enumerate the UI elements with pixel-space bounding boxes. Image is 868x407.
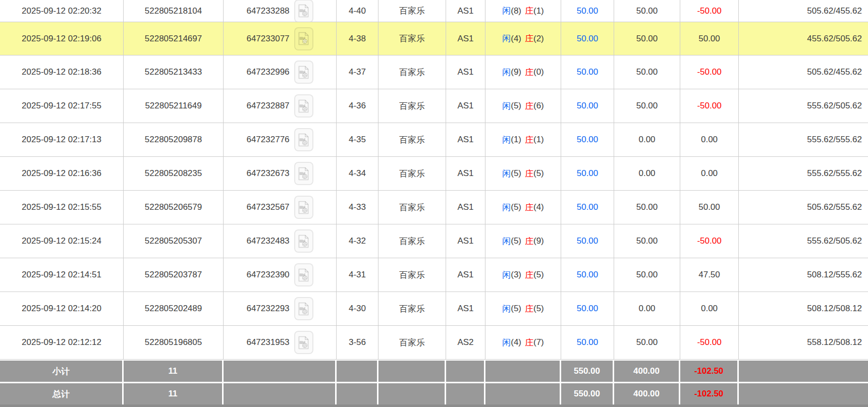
cell-table: AS2	[446, 326, 485, 359]
video-replay-button[interactable]	[294, 0, 313, 22]
table-row[interactable]: 2025-09-12 02:14:20 522805202489 6472322…	[0, 292, 868, 326]
total-winloss-total: -102.50	[680, 383, 739, 404]
cell-table: AS1	[446, 191, 485, 224]
cell-balance: 555.62/505.62	[739, 89, 868, 123]
cell-bet-amount: 50.00	[561, 0, 614, 22]
game-id-value: 647232293	[246, 304, 289, 314]
game-id-value: 647232673	[246, 168, 289, 179]
bet-amount-link[interactable]: 50.00	[577, 168, 599, 179]
cell-balance: 505.62/555.62	[739, 191, 868, 224]
cell-bet-amount: 50.00	[561, 258, 614, 292]
bet-amount-link[interactable]: 50.00	[577, 6, 599, 16]
cell-game-id: 647233077	[224, 22, 337, 55]
bet-amount-link[interactable]: 50.00	[577, 337, 599, 347]
cell-balance: 455.62/505.62	[739, 22, 868, 55]
cell-result: 闲(5)庄(5)	[485, 157, 561, 190]
bet-amount-link[interactable]: 50.00	[577, 135, 599, 145]
player-points: (5)	[511, 304, 521, 314]
game-id-value: 647232776	[246, 135, 289, 145]
video-replay-button[interactable]	[294, 297, 313, 320]
table-row[interactable]: 2025-09-12 02:12:12 522805196805 6472319…	[0, 326, 868, 360]
total-empty-round	[337, 383, 378, 404]
banker-points: (5)	[533, 304, 544, 314]
cell-bet-time: 2025-09-12 02:12:12	[0, 326, 124, 359]
cell-bet-time: 2025-09-12 02:15:55	[0, 191, 124, 224]
cell-round: 4-40	[337, 0, 378, 22]
player-label: 闲	[502, 100, 511, 112]
game-id-value: 647231953	[246, 337, 289, 347]
total-label: 总计	[0, 383, 124, 404]
bet-amount-link[interactable]: 50.00	[577, 270, 599, 280]
video-replay-button[interactable]	[294, 229, 313, 253]
cell-round: 4-32	[337, 224, 378, 258]
bet-amount-link[interactable]: 50.00	[577, 304, 599, 314]
cell-valid-amount: 50.00	[614, 22, 680, 55]
cell-bet-time: 2025-09-12 02:15:24	[0, 224, 124, 258]
bet-amount-link[interactable]: 50.00	[577, 236, 599, 246]
cell-game-type: 百家乐	[378, 191, 446, 224]
subtotal-row: 小计 11 550.00 400.00 -102.50	[0, 361, 868, 382]
film-document-icon	[298, 336, 309, 350]
bet-amount-link[interactable]: 50.00	[577, 101, 599, 111]
video-replay-button[interactable]	[294, 61, 313, 84]
player-points: (5)	[511, 202, 521, 212]
subtotal-valid-total: 400.00	[614, 361, 680, 382]
cell-valid-amount: 50.00	[614, 224, 680, 258]
cell-result: 闲(8)庄(1)	[485, 0, 561, 22]
banker-label: 庄	[525, 5, 533, 17]
cell-round: 4-30	[337, 292, 378, 325]
player-points: (3)	[511, 270, 521, 280]
cell-game-type: 百家乐	[378, 157, 446, 190]
player-label: 闲	[502, 269, 511, 281]
cell-win-loss: 0.00	[680, 123, 739, 156]
table-row[interactable]: 2025-09-12 02:17:13 522805209878 6472327…	[0, 123, 868, 157]
cell-valid-amount: 0.00	[614, 123, 680, 156]
video-replay-button[interactable]	[294, 128, 313, 151]
table-row[interactable]: 2025-09-12 02:16:36 522805208235 6472326…	[0, 157, 868, 191]
banker-label: 庄	[525, 303, 533, 315]
table-row[interactable]: 2025-09-12 02:15:55 522805206579 6472325…	[0, 191, 868, 224]
player-points: (5)	[511, 168, 521, 179]
game-id-value: 647232483	[246, 236, 289, 246]
table-row[interactable]: 2025-09-12 02:20:32 522805218104 6472332…	[0, 0, 868, 22]
table-body: 2025-09-12 02:20:32 522805218104 6472332…	[0, 0, 868, 360]
banker-label: 庄	[525, 168, 533, 180]
video-replay-button[interactable]	[294, 94, 313, 118]
video-replay-button[interactable]	[294, 263, 313, 286]
cell-win-loss: 50.00	[680, 191, 739, 224]
cell-result: 闲(3)庄(5)	[485, 258, 561, 292]
video-replay-button[interactable]	[294, 162, 313, 185]
cell-order-id: 522805196805	[124, 326, 224, 359]
bet-amount-link[interactable]: 50.00	[577, 34, 599, 44]
cell-win-loss: -50.00	[680, 326, 739, 359]
film-document-icon	[298, 133, 309, 147]
game-id-value: 647233077	[246, 34, 289, 44]
cell-order-id: 522805203787	[124, 258, 224, 292]
player-label: 闲	[502, 5, 511, 17]
cell-round: 4-31	[337, 258, 378, 292]
table-row[interactable]: 2025-09-12 02:18:36 522805213433 6472329…	[0, 55, 868, 89]
cell-balance: 558.12/508.12	[739, 326, 868, 359]
video-replay-button[interactable]	[294, 196, 313, 219]
banker-label: 庄	[525, 236, 533, 247]
table-row[interactable]: 2025-09-12 02:15:24 522805205307 6472324…	[0, 224, 868, 258]
total-empty-game-type	[378, 383, 446, 404]
game-id-value: 647233288	[246, 6, 289, 16]
video-replay-button[interactable]	[294, 331, 313, 354]
cell-valid-amount: 50.00	[614, 191, 680, 224]
player-label: 闲	[502, 67, 511, 78]
total-valid-total: 400.00	[614, 383, 680, 404]
video-replay-button[interactable]	[294, 27, 313, 50]
banker-points: (2)	[533, 34, 544, 44]
cell-game-id: 647232673	[224, 157, 337, 190]
cell-balance: 505.62/455.62	[739, 0, 868, 22]
table-row[interactable]: 2025-09-12 02:14:51 522805203787 6472323…	[0, 258, 868, 292]
cell-bet-amount: 50.00	[561, 224, 614, 258]
cell-win-loss: 0.00	[680, 157, 739, 190]
player-points: (4)	[511, 34, 521, 44]
bet-amount-link[interactable]: 50.00	[577, 67, 599, 77]
subtotal-empty-game-id	[224, 361, 337, 382]
table-row[interactable]: 2025-09-12 02:17:55 522805211649 6472328…	[0, 89, 868, 123]
bet-amount-link[interactable]: 50.00	[577, 202, 599, 212]
table-row[interactable]: 2025-09-12 02:19:06 522805214697 6472330…	[0, 22, 868, 55]
